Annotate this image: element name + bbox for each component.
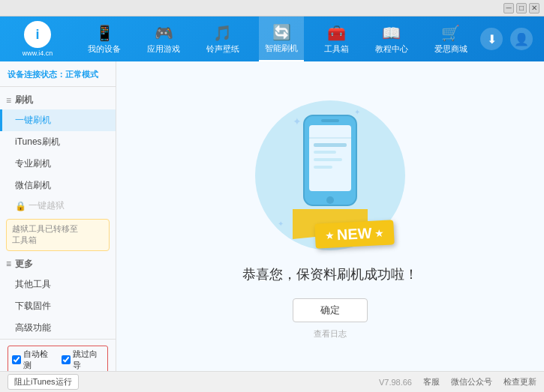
logo-icon: i — [24, 21, 51, 48]
sparkle-3: ✦ — [278, 220, 284, 228]
sidebar-item-other-tools[interactable]: 其他工具 — [0, 274, 116, 295]
skip-wizard-checkbox[interactable]: 跳过向导 — [62, 349, 104, 371]
support-link[interactable]: 客服 — [423, 376, 440, 388]
ringtone-icon: 🎵 — [213, 24, 232, 42]
stop-itunes-button[interactable]: 阻止iTunes运行 — [8, 374, 79, 390]
title-bar: ─ □ ✕ — [0, 0, 544, 16]
nav-ringtone-label: 铃声壁纸 — [206, 43, 239, 55]
nav-shop[interactable]: 🛒 爱思商城 — [428, 16, 473, 61]
more-section-title: ≡ 更多 — [0, 255, 116, 274]
nav-tools[interactable]: 🧰 工具箱 — [318, 16, 355, 61]
nav-smart-flash-label: 智能刷机 — [265, 43, 298, 54]
new-badge: ★ NEW ★ — [315, 220, 395, 248]
lock-icon: 🔒 — [15, 201, 26, 211]
nav-my-device-label: 我的设备 — [88, 43, 121, 55]
connection-status: 设备连接状态：正常模式 — [0, 65, 116, 87]
device-checkboxes: 自动检测 跳过向导 — [8, 346, 108, 371]
status-label: 设备连接状态： — [8, 70, 65, 79]
sidebar-item-one-click-flash[interactable]: 一键刷机 — [0, 109, 116, 131]
confirm-button[interactable]: 确定 — [293, 298, 368, 322]
phone-illustration — [293, 112, 368, 239]
smart-flash-icon: 🔄 — [272, 23, 291, 41]
maximize-button[interactable]: □ — [516, 3, 527, 13]
svg-rect-3 — [321, 119, 339, 122]
jailbreak-warning: 越狱工具已转移至工具箱 — [6, 219, 110, 251]
skip-wizard-label: 跳过向导 — [73, 349, 104, 371]
flash-section-label: 刷机 — [15, 94, 33, 106]
nav-apps-games[interactable]: 🎮 应用游戏 — [141, 16, 186, 61]
my-device-icon: 📱 — [95, 24, 114, 42]
apps-games-icon: 🎮 — [155, 24, 173, 42]
flash-section-icon: ≡ — [6, 95, 11, 106]
more-section-icon: ≡ — [6, 259, 11, 269]
nav-tutorials[interactable]: 📖 教程中心 — [369, 16, 414, 61]
sidebar-item-jailbreak: 🔒 一键越狱 — [0, 196, 116, 215]
update-button[interactable]: 检查更新 — [503, 376, 536, 388]
wechat-link[interactable]: 微信公众号 — [451, 376, 492, 388]
bottom-right: V7.98.66 客服 微信公众号 检查更新 — [379, 376, 536, 388]
sidebar: 设备连接状态：正常模式 ≡ 刷机 一键刷机 iTunes刷机 专业刷机 微信刷机… — [0, 61, 116, 371]
content-area: ✦ ✦ ✦ — [116, 61, 544, 371]
bottom-bar: 阻止iTunes运行 V7.98.66 客服 微信公众号 检查更新 — [0, 371, 544, 392]
svg-rect-8 — [314, 166, 332, 169]
bottom-left: 阻止iTunes运行 — [8, 374, 79, 390]
main-layout: 设备连接状态：正常模式 ≡ 刷机 一键刷机 iTunes刷机 专业刷机 微信刷机… — [0, 61, 544, 371]
download-button[interactable]: ⬇ — [480, 28, 503, 50]
nav-smart-flash[interactable]: 🔄 智能刷机 — [259, 16, 304, 61]
sidebar-item-download-firmware[interactable]: 下载固件 — [0, 295, 116, 317]
header: i www.i4.cn 📱 我的设备 🎮 应用游戏 🎵 铃声壁纸 🔄 智能刷机 … — [0, 16, 544, 61]
logo: i www.i4.cn — [0, 21, 75, 57]
star-right: ★ — [375, 228, 384, 239]
more-section-label: 更多 — [15, 258, 33, 271]
nav-tutorials-label: 教程中心 — [375, 43, 408, 55]
sidebar-item-itunes-flash[interactable]: iTunes刷机 — [0, 131, 116, 153]
svg-rect-5 — [314, 143, 347, 147]
close-button[interactable]: ✕ — [529, 3, 539, 13]
auto-detect-checkbox[interactable]: 自动检测 — [12, 349, 54, 371]
new-text: NEW — [337, 225, 373, 244]
flash-section-title: ≡ 刷机 — [0, 91, 116, 109]
minimize-button[interactable]: ─ — [503, 3, 514, 13]
logo-text: www.i4.cn — [23, 49, 53, 57]
version-label: V7.98.66 — [379, 378, 412, 387]
svg-rect-7 — [314, 158, 342, 161]
illustration: ✦ ✦ ✦ — [248, 93, 413, 258]
user-button[interactable]: 👤 — [510, 28, 533, 50]
nav-apps-games-label: 应用游戏 — [147, 43, 180, 55]
status-value: 正常模式 — [65, 70, 98, 79]
device-section: 自动检测 跳过向导 📱 iPhone 12 mini 64GB Down-12m… — [0, 339, 116, 371]
sidebar-item-advanced[interactable]: 高级功能 — [0, 317, 116, 339]
nav: 📱 我的设备 🎮 应用游戏 🎵 铃声壁纸 🔄 智能刷机 🧰 工具箱 📖 教程中心… — [75, 16, 480, 61]
tools-icon: 🧰 — [327, 24, 346, 42]
auto-detect-label: 自动检测 — [23, 349, 54, 371]
nav-tools-label: 工具箱 — [324, 43, 349, 55]
tutorials-icon: 📖 — [382, 24, 401, 42]
star-left: ★ — [326, 230, 335, 241]
nav-shop-label: 爱思商城 — [434, 43, 467, 55]
success-message: 恭喜您，保资料刷机成功啦！ — [242, 265, 418, 283]
sidebar-item-wechat-flash[interactable]: 微信刷机 — [0, 175, 116, 196]
svg-rect-6 — [314, 151, 336, 154]
nav-my-device[interactable]: 📱 我的设备 — [82, 16, 127, 61]
shop-icon: 🛒 — [441, 24, 460, 42]
again-link[interactable]: 查看日志 — [314, 328, 347, 340]
svg-point-2 — [326, 196, 334, 204]
nav-ringtone[interactable]: 🎵 铃声壁纸 — [200, 16, 245, 61]
sidebar-item-pro-flash[interactable]: 专业刷机 — [0, 153, 116, 175]
new-badge-container: ★ NEW ★ — [315, 220, 395, 248]
header-right: ⬇ 👤 — [480, 28, 544, 50]
